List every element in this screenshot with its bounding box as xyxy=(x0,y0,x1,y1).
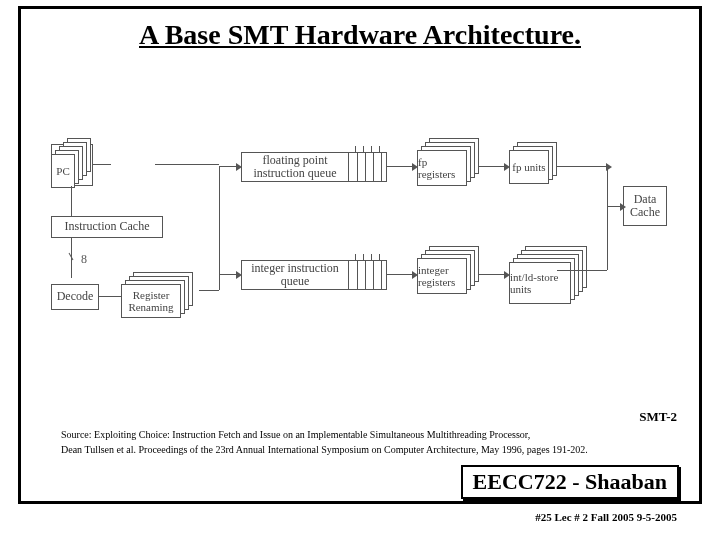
pc-label: PC xyxy=(51,154,75,188)
int-queue-box: integer instruction queue xyxy=(241,260,349,290)
source-citation: Source: Exploiting Choice: Instruction F… xyxy=(61,427,659,457)
fp-queue-box: floating point instruction queue xyxy=(241,152,349,182)
decode-box: Decode xyxy=(51,284,99,310)
fp-units-label: fp units xyxy=(509,150,549,184)
source-line-1: Source: Exploiting Choice: Instruction F… xyxy=(61,427,659,442)
fp-registers-stack: fp registers xyxy=(417,138,489,190)
architecture-diagram: Fetch Unit PC Instruction Cache 8 Decode… xyxy=(51,124,671,354)
slide-pager: #25 Lec # 2 Fall 2005 9-5-2005 xyxy=(535,511,677,523)
source-line-2: Dean Tullsen et al. Proceedings of the 2… xyxy=(61,442,659,457)
slide-frame: A Base SMT Hardware Architecture. Fetch … xyxy=(18,6,702,504)
instruction-cache-box: Instruction Cache xyxy=(51,216,163,238)
bus-width-8: 8 xyxy=(81,252,87,267)
register-renaming-stack: Register Renaming xyxy=(121,272,199,322)
register-renaming-label: Register Renaming xyxy=(121,284,181,318)
pc-stack: PC xyxy=(51,138,95,186)
slide-title: A Base SMT Hardware Architecture. xyxy=(41,19,679,51)
int-registers-stack: integer registers xyxy=(417,246,489,298)
int-ldstore-stack: int/ld-store units xyxy=(509,246,599,312)
course-footer: EECC722 - Shaaban xyxy=(461,465,679,499)
fp-registers-label: fp registers xyxy=(417,150,467,186)
int-registers-label: integer registers xyxy=(417,258,467,294)
int-ldstore-label: int/ld-store units xyxy=(509,262,571,304)
smt-tag: SMT-2 xyxy=(639,409,677,425)
data-cache-box: Data Cache xyxy=(623,186,667,226)
